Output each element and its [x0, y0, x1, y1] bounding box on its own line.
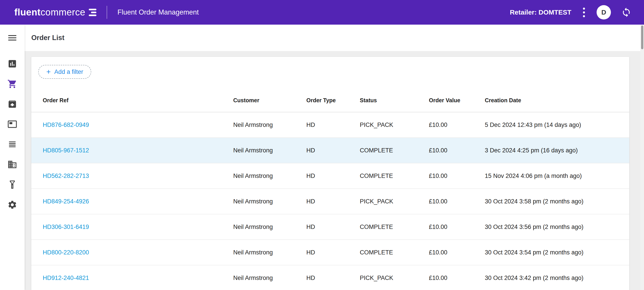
topbar-right-cluster: Retailer: DOMTEST D [510, 5, 632, 20]
order-value-cell: £10.00 [429, 138, 485, 163]
creation-date-cell: 3 Dec 2024 4:25 pm (16 days ago) [485, 138, 629, 163]
order-value-cell: £10.00 [429, 240, 485, 265]
list-icon [8, 139, 17, 150]
scrollbar-thumb[interactable] [641, 26, 643, 49]
customer-cell: Neil Armstrong [233, 240, 306, 265]
order-value-cell: £10.00 [429, 189, 485, 214]
sidebar-item-settings[interactable] [0, 195, 24, 215]
fluent-logo-mark-icon [89, 9, 96, 16]
table-row[interactable]: HD562-282-2713 Neil Armstrong HD COMPLET… [31, 163, 629, 189]
add-filter-button[interactable]: + Add a filter [38, 65, 91, 79]
sidebar-item-integrations[interactable] [0, 175, 24, 195]
retailer-label: Retailer: DOMTEST [510, 9, 571, 16]
order-type-cell: HD [306, 112, 360, 138]
order-type-cell: HD [306, 163, 360, 189]
app-title: Fluent Order Management [118, 8, 199, 16]
package-up-icon [8, 99, 17, 110]
customer-cell: Neil Armstrong [233, 214, 306, 240]
sidebar-item-locations[interactable] [0, 155, 24, 175]
bar-chart-icon [8, 59, 17, 70]
order-value-cell: £10.00 [429, 214, 485, 240]
column-header-status: Status [360, 89, 429, 112]
column-header-order-type: Order Type [306, 89, 360, 112]
table-row[interactable]: HD306-301-6419 Neil Armstrong HD COMPLET… [31, 214, 629, 240]
sidebar-item-fulfilments[interactable] [0, 94, 24, 115]
customer-cell: Neil Armstrong [233, 138, 306, 163]
hamburger-menu-icon[interactable] [7, 33, 18, 43]
creation-date-cell: 15 Nov 2024 4:06 pm (a month ago) [485, 163, 629, 189]
sidebar-item-orders[interactable] [0, 74, 24, 94]
torch-icon [8, 180, 17, 190]
order-list-card: + Add a filter Order Ref Customer Order … [31, 57, 629, 290]
sidebar [0, 25, 24, 290]
creation-date-cell: 30 Oct 2024 3:54 pm (2 months ago) [485, 240, 629, 265]
plus-icon: + [46, 68, 51, 75]
kebab-menu-icon[interactable] [582, 6, 586, 19]
status-cell: COMPLETE [360, 163, 429, 189]
page-header: Order List [24, 25, 644, 51]
order-type-cell: HD [306, 189, 360, 214]
customer-cell: Neil Armstrong [233, 189, 306, 214]
order-value-cell: £10.00 [429, 265, 485, 290]
fluent-commerce-logo: fluentcommerce [14, 7, 96, 18]
order-ref-link[interactable]: HD800-220-8200 [43, 249, 89, 256]
customer-cell: Neil Armstrong [233, 265, 306, 290]
creation-date-cell: 30 Oct 2024 3:56 pm (2 months ago) [485, 214, 629, 240]
status-cell: PICK_PACK [360, 265, 429, 290]
gear-icon [8, 200, 17, 211]
order-ref-link[interactable]: HD876-682-0949 [43, 122, 89, 128]
sidebar-item-payments[interactable] [0, 115, 24, 135]
order-ref-link[interactable]: HD805-967-1512 [43, 147, 89, 154]
refresh-icon[interactable] [621, 7, 632, 18]
column-header-creation-date: Creation Date [485, 89, 629, 112]
column-header-order-value: Order Value [429, 89, 485, 112]
order-type-cell: HD [306, 214, 360, 240]
order-value-cell: £10.00 [429, 163, 485, 189]
table-row[interactable]: HD876-682-0949 Neil Armstrong HD PICK_PA… [31, 112, 629, 138]
status-cell: COMPLETE [360, 214, 429, 240]
status-cell: COMPLETE [360, 138, 429, 163]
order-type-cell: HD [306, 138, 360, 163]
topbar-divider [107, 6, 107, 19]
creation-date-cell: 5 Dec 2024 12:43 pm (14 days ago) [485, 112, 629, 138]
add-filter-label: Add a filter [54, 69, 83, 75]
order-table-body: HD876-682-0949 Neil Armstrong HD PICK_PA… [31, 112, 629, 290]
table-row[interactable]: HD800-220-8200 Neil Armstrong HD COMPLET… [31, 240, 629, 265]
table-header-row: Order Ref Customer Order Type Status Ord… [31, 89, 629, 112]
status-cell: COMPLETE [360, 240, 429, 265]
order-type-cell: HD [306, 265, 360, 290]
order-ref-link[interactable]: HD912-240-4821 [43, 274, 89, 281]
creation-date-cell: 30 Oct 2024 3:58 pm (2 months ago) [485, 189, 629, 214]
card-icon [8, 119, 17, 130]
scrollbar-track[interactable] [640, 25, 644, 290]
order-ref-link[interactable]: HD849-254-4926 [43, 198, 89, 205]
logo-word-commerce: commerce [40, 7, 85, 18]
status-cell: PICK_PACK [360, 189, 429, 214]
table-row[interactable]: HD805-967-1512 Neil Armstrong HD COMPLET… [31, 138, 629, 163]
customer-cell: Neil Armstrong [233, 112, 306, 138]
status-cell: PICK_PACK [360, 112, 429, 138]
table-row[interactable]: HD912-240-4821 Neil Armstrong HD PICK_PA… [31, 265, 629, 290]
order-ref-link[interactable]: HD562-282-2713 [43, 172, 89, 179]
order-table: Order Ref Customer Order Type Status Ord… [31, 89, 629, 290]
shopping-cart-icon [8, 79, 17, 90]
column-header-order-ref: Order Ref [31, 89, 233, 112]
customer-cell: Neil Armstrong [233, 163, 306, 189]
building-icon [8, 160, 17, 170]
main-content: + Add a filter Order Ref Customer Order … [24, 51, 644, 290]
page-title: Order List [31, 34, 64, 42]
order-ref-link[interactable]: HD306-301-6419 [43, 223, 89, 230]
logo-word-fluent: fluent [14, 7, 40, 18]
sidebar-item-dashboard[interactable] [0, 54, 24, 74]
table-row[interactable]: HD849-254-4926 Neil Armstrong HD PICK_PA… [31, 189, 629, 214]
sidebar-item-lists[interactable] [0, 135, 24, 155]
creation-date-cell: 30 Oct 2024 3:42 pm (2 months ago) [485, 265, 629, 290]
filter-bar: + Add a filter [31, 57, 629, 89]
logo-text: fluentcommerce [14, 7, 85, 18]
column-header-customer: Customer [233, 89, 306, 112]
avatar[interactable]: D [596, 5, 611, 20]
order-type-cell: HD [306, 240, 360, 265]
order-value-cell: £10.00 [429, 112, 485, 138]
topbar: fluentcommerce Fluent Order Management R… [0, 0, 644, 25]
